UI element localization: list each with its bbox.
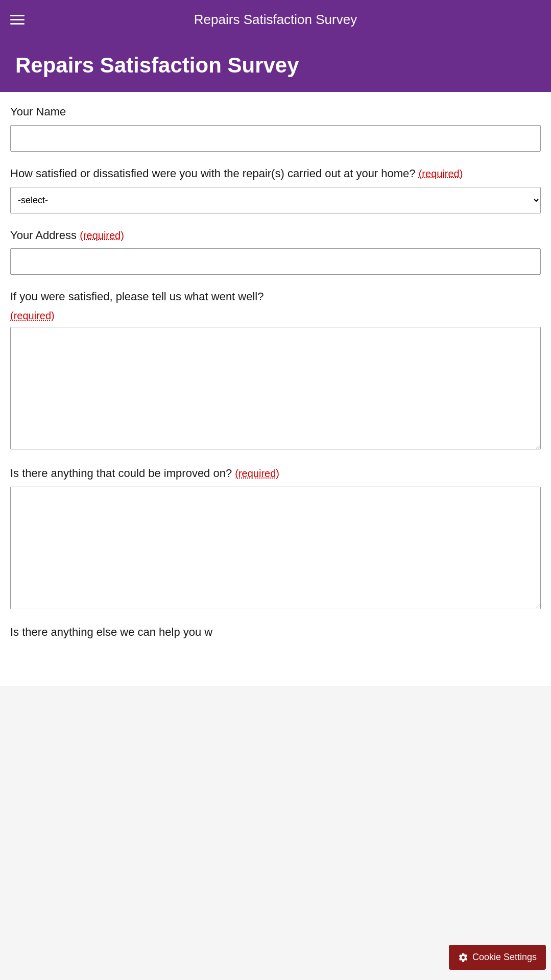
cookie-settings-label: Cookie Settings	[472, 952, 537, 963]
address-label: Your Address (required)	[10, 228, 541, 244]
improvements-question: Is there anything that could be improved…	[10, 466, 541, 482]
what-went-well-field-group: If you were satisfied, please tell us wh…	[10, 289, 541, 451]
satisfaction-question: How satisfied or dissatisfied were you w…	[10, 166, 541, 182]
name-input[interactable]	[10, 125, 541, 152]
top-navigation: Repairs Satisfaction Survey	[0, 0, 551, 39]
address-input[interactable]	[10, 248, 541, 275]
what-went-well-textarea[interactable]	[10, 327, 541, 449]
name-label: Your Name	[10, 104, 541, 120]
gear-icon	[458, 952, 468, 963]
improvements-required-badge: (required)	[235, 468, 279, 479]
improvements-field-group: Is there anything that could be improved…	[10, 466, 541, 611]
what-went-well-question: If you were satisfied, please tell us wh…	[10, 289, 541, 305]
survey-header-banner: Repairs Satisfaction Survey	[0, 39, 551, 92]
address-required-badge: (required)	[80, 230, 124, 241]
anything-else-field-group: Is there anything else we can help you w	[10, 626, 541, 659]
satisfaction-required-badge: (required)	[419, 168, 463, 179]
cookie-settings-button[interactable]: Cookie Settings	[449, 945, 546, 970]
hamburger-menu-icon[interactable]	[10, 15, 25, 25]
what-went-well-required-badge: (required)	[10, 310, 541, 322]
improvements-textarea[interactable]	[10, 487, 541, 609]
form-body: Your Name How satisfied or dissatisfied …	[0, 92, 551, 686]
anything-else-label: Is there anything else we can help you w	[10, 626, 212, 638]
name-field-group: Your Name	[10, 104, 541, 152]
address-field-group: Your Address (required)	[10, 228, 541, 275]
satisfaction-field-group: How satisfied or dissatisfied were you w…	[10, 166, 541, 213]
nav-title: Repairs Satisfaction Survey	[35, 12, 516, 28]
satisfaction-select[interactable]: -select- Very Satisfied Satisfied Dissat…	[10, 187, 541, 213]
page-content: Repairs Satisfaction Survey Your Name Ho…	[0, 39, 551, 686]
survey-header-title: Repairs Satisfaction Survey	[15, 53, 536, 78]
